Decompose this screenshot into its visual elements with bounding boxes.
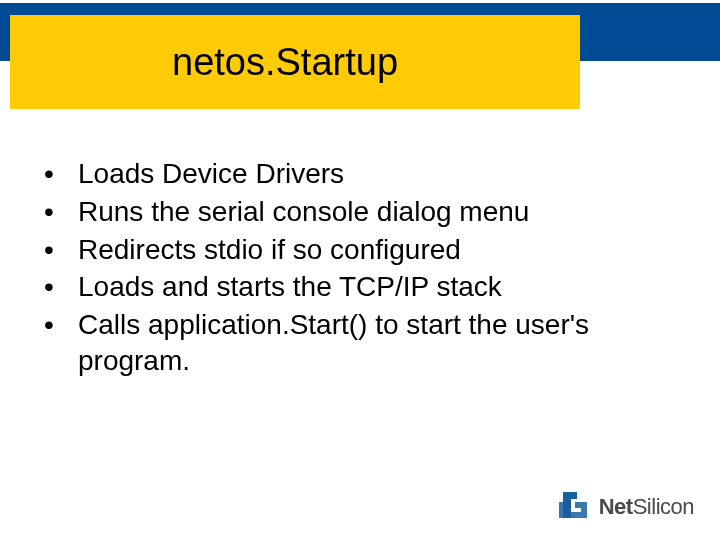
bullet-item: Runs the serial console dialog menu: [36, 194, 676, 230]
netsilicon-logo-icon: [559, 490, 593, 524]
footer-logo: NetSilicon: [559, 490, 694, 524]
bullet-item: Loads and starts the TCP/IP stack: [36, 269, 676, 305]
footer-logo-text: NetSilicon: [599, 494, 694, 520]
title-box: netos.Startup: [10, 15, 580, 109]
bullet-list: Loads Device Drivers Runs the serial con…: [36, 156, 676, 381]
logo-text-silicon: Silicon: [633, 494, 694, 519]
slide-title: netos.Startup: [172, 41, 398, 84]
bullet-item: Redirects stdio if so configured: [36, 232, 676, 268]
content-layer: netos.Startup Loads Device Drivers Runs …: [0, 0, 720, 540]
slide: netos.Startup Loads Device Drivers Runs …: [0, 0, 720, 540]
bullet-item: Calls application.Start() to start the u…: [36, 307, 676, 379]
logo-text-net: Net: [599, 494, 633, 519]
bullet-item: Loads Device Drivers: [36, 156, 676, 192]
